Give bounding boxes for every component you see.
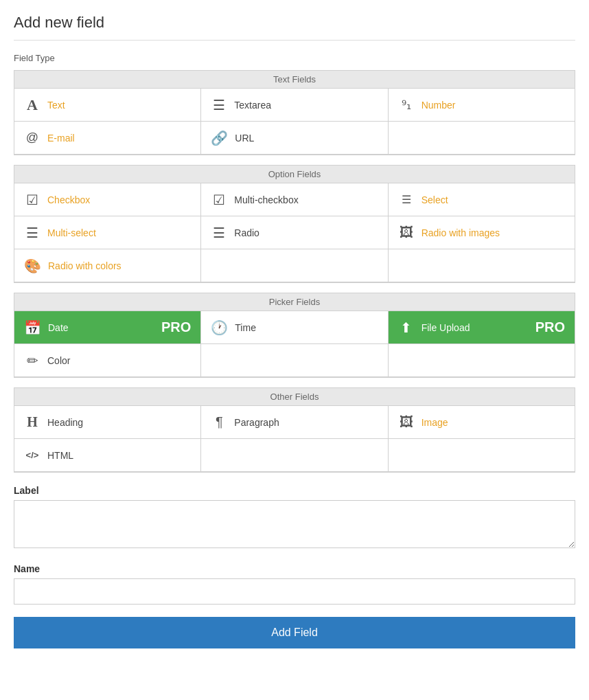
field-radio[interactable]: ☰ Radio xyxy=(201,216,388,249)
name-section: Name xyxy=(14,563,575,605)
picker-fields-header: Picker Fields xyxy=(14,293,575,311)
field-multi-checkbox-label: Multi-checkbox xyxy=(234,194,298,205)
multi-select-icon: ☰ xyxy=(24,225,41,241)
field-empty-1 xyxy=(389,122,575,155)
email-icon: @ xyxy=(24,131,41,145)
option-fields-group: Option Fields ☑ Checkbox ☑ Multi-checkbo… xyxy=(14,165,575,283)
field-email[interactable]: @ E-mail xyxy=(14,122,201,155)
picker-fields-row-2: ✏ Color xyxy=(14,344,575,377)
other-fields-header: Other Fields xyxy=(14,388,575,406)
field-radio-label: Radio xyxy=(234,227,259,238)
image-icon: 🖼 xyxy=(398,414,415,430)
date-icon: 📅 xyxy=(24,319,41,336)
field-paragraph[interactable]: ¶ Paragraph xyxy=(201,406,388,439)
field-textarea-label: Textarea xyxy=(234,100,271,111)
field-html-label: HTML xyxy=(47,450,73,461)
field-multi-checkbox[interactable]: ☑ Multi-checkbox xyxy=(201,183,388,216)
text-fields-row-2: @ E-mail 🔗 URL xyxy=(14,122,575,155)
text-icon: A xyxy=(24,96,41,114)
option-fields-row-1: ☑ Checkbox ☑ Multi-checkbox ☰ Select xyxy=(14,183,575,216)
field-heading-label: Heading xyxy=(47,417,83,428)
html-icon: </> xyxy=(24,450,41,460)
field-checkbox-label: Checkbox xyxy=(47,194,90,205)
field-select[interactable]: ☰ Select xyxy=(389,183,575,216)
radio-colors-icon: 🎨 xyxy=(24,258,41,274)
field-url[interactable]: 🔗 URL xyxy=(201,122,388,155)
other-fields-row-1: H Heading ¶ Paragraph 🖼 Image xyxy=(14,406,575,439)
option-fields-header: Option Fields xyxy=(14,166,575,183)
field-radio-images-label: Radio with images xyxy=(421,227,500,238)
field-email-label: E-mail xyxy=(47,133,75,144)
field-number-label: Number xyxy=(421,100,456,111)
radio-icon: ☰ xyxy=(211,225,227,241)
textarea-icon: ☰ xyxy=(211,97,227,113)
field-date-label: Date xyxy=(48,322,69,333)
field-heading[interactable]: H Heading xyxy=(14,406,201,439)
checkbox-icon: ☑ xyxy=(24,192,41,208)
other-fields-group: Other Fields H Heading ¶ Paragraph 🖼 Ima… xyxy=(14,387,575,473)
field-file-upload-label: File Upload xyxy=(421,322,470,333)
field-multi-select-label: Multi-select xyxy=(47,227,96,238)
label-field-label: Label xyxy=(14,485,575,496)
name-field-label: Name xyxy=(14,563,575,574)
field-textarea[interactable]: ☰ Textarea xyxy=(201,89,388,122)
file-upload-icon: ⬆ xyxy=(398,319,415,336)
multi-checkbox-icon: ☑ xyxy=(211,192,227,208)
field-url-label: URL xyxy=(235,133,254,144)
picker-fields-group: Picker Fields 📅 Date PRO 🕐 Time ⬆ File U… xyxy=(14,293,575,378)
field-empty-2 xyxy=(201,249,388,282)
add-field-button[interactable]: Add Field xyxy=(14,617,575,648)
field-empty-4 xyxy=(201,344,388,377)
select-icon: ☰ xyxy=(398,193,415,206)
field-radio-images[interactable]: 🖼 Radio with images xyxy=(389,216,575,249)
field-text-label: Text xyxy=(47,100,65,111)
field-type-section: Field Type Text Fields A Text ☰ Textarea… xyxy=(14,53,575,473)
option-fields-row-2: ☰ Multi-select ☰ Radio 🖼 Radio with imag… xyxy=(14,216,575,249)
field-text[interactable]: A Text xyxy=(14,89,201,122)
time-icon: 🕐 xyxy=(211,319,228,336)
paragraph-icon: ¶ xyxy=(211,414,227,430)
label-field-input[interactable] xyxy=(14,500,575,548)
url-icon: 🔗 xyxy=(211,130,228,146)
date-pro-badge: PRO xyxy=(161,319,191,335)
page-title: Add new field xyxy=(14,14,575,41)
field-empty-7 xyxy=(389,439,575,472)
field-date[interactable]: 📅 Date PRO xyxy=(14,311,201,344)
field-select-label: Select xyxy=(421,194,448,205)
field-color[interactable]: ✏ Color xyxy=(14,344,201,377)
text-fields-group: Text Fields A Text ☰ Textarea ⁹₁ Number … xyxy=(14,70,575,155)
field-radio-colors[interactable]: 🎨 Radio with colors xyxy=(14,249,201,282)
field-type-label: Field Type xyxy=(14,53,575,63)
text-fields-header: Text Fields xyxy=(14,71,575,89)
field-color-label: Color xyxy=(47,355,70,366)
field-file-upload[interactable]: ⬆ File Upload PRO xyxy=(389,311,575,344)
field-empty-6 xyxy=(201,439,388,472)
number-icon: ⁹₁ xyxy=(398,98,415,113)
field-image-label: Image xyxy=(421,417,448,428)
field-time-label: Time xyxy=(235,322,256,333)
field-time[interactable]: 🕐 Time xyxy=(201,311,388,344)
field-html[interactable]: </> HTML xyxy=(14,439,201,472)
field-paragraph-label: Paragraph xyxy=(234,417,279,428)
other-fields-row-2: </> HTML xyxy=(14,439,575,472)
picker-fields-row-1: 📅 Date PRO 🕐 Time ⬆ File Upload PRO xyxy=(14,311,575,344)
option-fields-row-3: 🎨 Radio with colors xyxy=(14,249,575,282)
field-number[interactable]: ⁹₁ Number xyxy=(389,89,575,122)
label-section: Label xyxy=(14,485,575,551)
radio-images-icon: 🖼 xyxy=(398,225,415,240)
field-empty-5 xyxy=(389,344,575,377)
color-icon: ✏ xyxy=(24,352,41,369)
field-empty-3 xyxy=(389,249,575,282)
text-fields-row-1: A Text ☰ Textarea ⁹₁ Number xyxy=(14,89,575,122)
heading-icon: H xyxy=(24,414,41,430)
field-checkbox[interactable]: ☑ Checkbox xyxy=(14,183,201,216)
field-radio-colors-label: Radio with colors xyxy=(48,260,122,271)
name-field-input[interactable] xyxy=(14,578,575,605)
field-image[interactable]: 🖼 Image xyxy=(389,406,575,439)
field-multi-select[interactable]: ☰ Multi-select xyxy=(14,216,201,249)
file-upload-pro-badge: PRO xyxy=(535,319,565,335)
